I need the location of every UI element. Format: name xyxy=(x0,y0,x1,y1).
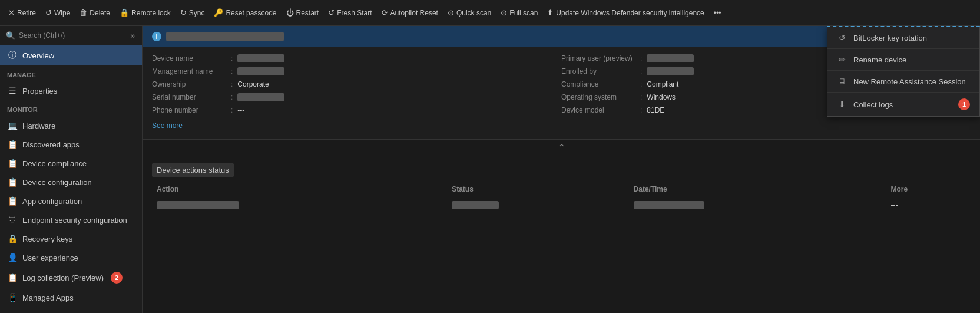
search-input[interactable] xyxy=(19,31,125,39)
sidebar-item-endpoint-security[interactable]: 🛡 Endpoint security configuration xyxy=(0,210,142,229)
overview-icon: ⓘ xyxy=(7,50,18,61)
sidebar-item-properties[interactable]: ☰ Properties xyxy=(0,81,142,100)
log-collection-icon: 📋 xyxy=(7,273,18,282)
collapse-button[interactable]: ⌃ xyxy=(558,142,565,153)
retire-icon: ✕ xyxy=(8,8,15,17)
sidebar: 🔍 » ⓘ Overview Manage ☰ Properties Monit… xyxy=(0,26,143,313)
search-box: 🔍 » xyxy=(0,26,142,45)
serial-number-row: Serial number : xyxy=(152,93,561,101)
rename-icon: ✏ xyxy=(837,55,847,64)
sync-button[interactable]: ↻ Sync xyxy=(177,6,208,19)
sidebar-item-managed-apps[interactable]: 📱 Managed Apps xyxy=(0,288,142,307)
retire-button[interactable]: ✕ Retire xyxy=(5,6,39,19)
col-datetime: Date/Time xyxy=(629,182,886,197)
managed-apps-icon: 📱 xyxy=(7,293,18,302)
update-icon: ⬆ xyxy=(547,8,554,17)
remote-assistance-item[interactable]: 🖥 New Remote Assistance Session xyxy=(827,71,979,93)
remote-assistance-icon: 🖥 xyxy=(837,77,847,86)
wipe-icon: ↺ xyxy=(45,8,52,17)
autopilot-reset-button[interactable]: ⟳ Autopilot Reset xyxy=(378,6,442,19)
search-icon: 🔍 xyxy=(6,31,15,40)
table-area: Device actions status Action Status Date… xyxy=(143,156,980,313)
fresh-start-icon: ↺ xyxy=(328,8,335,17)
sidebar-item-device-configuration[interactable]: 📋 Device configuration xyxy=(0,173,142,192)
restart-button[interactable]: ⏻ Restart xyxy=(283,6,323,19)
lock-icon: 🔒 xyxy=(120,8,129,17)
delete-icon: 🗑 xyxy=(80,8,87,17)
more-cell: --- xyxy=(886,197,971,213)
toolbar: ✕ Retire ↺ Wipe 🗑 Delete 🔒 Remote lock ↻… xyxy=(0,0,980,26)
app-config-icon: 📋 xyxy=(7,196,18,206)
sidebar-item-log-collection[interactable]: 📋 Log collection (Preview) 2 xyxy=(0,267,142,288)
collect-logs-item[interactable]: ⬇ Collect logs 1 xyxy=(827,93,979,116)
key-icon: 🔑 xyxy=(214,8,223,17)
collapse-sidebar-button[interactable]: » xyxy=(129,29,136,41)
sidebar-item-recovery-keys[interactable]: 🔒 Recovery keys xyxy=(0,229,142,248)
col-status: Status xyxy=(447,182,628,197)
sidebar-item-overview[interactable]: ⓘ Overview xyxy=(0,45,142,65)
sync-icon: ↻ xyxy=(180,8,187,17)
sidebar-item-device-compliance[interactable]: 📋 Device compliance xyxy=(0,154,142,173)
collapse-row: ⌃ xyxy=(143,140,980,156)
sidebar-item-user-experience[interactable]: 👤 User experience xyxy=(0,248,142,267)
autopilot-icon: ⟳ xyxy=(382,8,388,17)
sidebar-item-app-configuration[interactable]: 📋 App configuration xyxy=(0,192,142,210)
table-title: Device actions status xyxy=(152,163,234,177)
full-scan-icon: ⊙ xyxy=(501,8,507,17)
more-actions-button[interactable]: ••• xyxy=(710,6,725,19)
sidebar-item-hardware[interactable]: 💻 Hardware xyxy=(0,116,142,135)
properties-icon: ☰ xyxy=(7,86,18,95)
quick-scan-button[interactable]: ⊙ Quick scan xyxy=(444,6,495,19)
datetime-cell xyxy=(629,197,886,213)
fresh-start-button[interactable]: ↺ Fresh Start xyxy=(325,6,375,19)
device-info-left: Device name : Management name : Ownershi… xyxy=(152,54,561,132)
log-collection-badge: 2 xyxy=(111,272,122,284)
discovered-apps-icon: 📋 xyxy=(7,140,18,149)
collect-logs-icon: ⬇ xyxy=(837,100,847,109)
user-experience-icon: 👤 xyxy=(7,253,18,262)
sidebar-item-discovered-apps[interactable]: 📋 Discovered apps xyxy=(0,135,142,154)
bitlocker-icon: ↺ xyxy=(837,33,847,42)
device-info-icon: i xyxy=(152,32,161,41)
wipe-button[interactable]: ↺ Wipe xyxy=(42,6,74,19)
col-more: More xyxy=(886,182,971,197)
update-defender-button[interactable]: ⬆ Update Windows Defender security intel… xyxy=(544,6,707,19)
quick-scan-icon: ⊙ xyxy=(448,8,454,17)
monitor-section-header: Monitor xyxy=(0,100,142,116)
full-scan-button[interactable]: ⊙ Full scan xyxy=(497,6,541,19)
phone-number-row: Phone number : --- xyxy=(152,106,561,114)
remote-lock-button[interactable]: 🔒 Remote lock xyxy=(116,6,174,19)
recovery-keys-icon: 🔒 xyxy=(7,234,18,243)
reset-passcode-button[interactable]: 🔑 Reset passcode xyxy=(210,6,280,19)
ownership-row: Ownership : Corporate xyxy=(152,80,561,88)
device-name-row: Device name : xyxy=(152,54,561,62)
dropdown-menu: ↺ BitLocker key rotation ✏ Rename device… xyxy=(827,26,980,117)
rename-device-item[interactable]: ✏ Rename device xyxy=(827,49,979,71)
bitlocker-rotation-item[interactable]: ↺ BitLocker key rotation xyxy=(827,27,979,49)
device-compliance-icon: 📋 xyxy=(7,159,18,168)
table-row: --- xyxy=(152,197,971,213)
collect-logs-badge: 1 xyxy=(958,98,970,110)
ellipsis-icon: ••• xyxy=(714,9,721,17)
main-layout: 🔍 » ⓘ Overview Manage ☰ Properties Monit… xyxy=(0,26,980,313)
device-header-text xyxy=(166,32,284,41)
device-configuration-icon: 📋 xyxy=(7,177,18,187)
delete-button[interactable]: 🗑 Delete xyxy=(76,6,114,19)
hardware-icon: 💻 xyxy=(7,121,18,130)
content-area: i Device name : Management name : xyxy=(143,26,980,313)
management-name-row: Management name : xyxy=(152,67,561,75)
see-more-link[interactable]: See more xyxy=(152,119,561,132)
action-cell xyxy=(152,197,447,213)
device-actions-table: Action Status Date/Time More --- xyxy=(152,182,971,213)
status-cell xyxy=(447,197,628,213)
endpoint-security-icon: 🛡 xyxy=(7,215,18,225)
col-action: Action xyxy=(152,182,447,197)
manage-section-header: Manage xyxy=(0,65,142,81)
restart-icon: ⏻ xyxy=(286,8,294,17)
